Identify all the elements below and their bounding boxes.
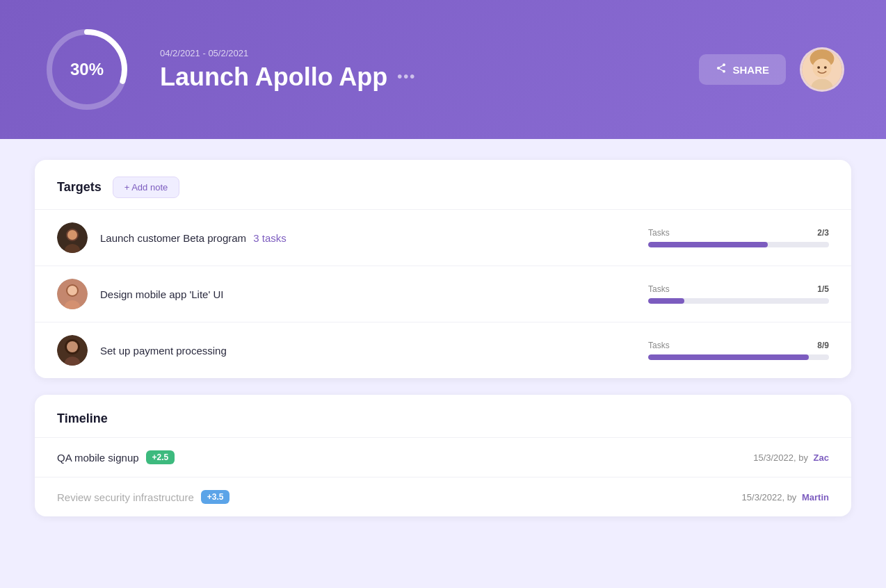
progress-bar-bg-1	[648, 242, 829, 247]
targets-header: Targets + Add note	[35, 160, 851, 209]
share-button[interactable]: SHARE	[699, 54, 786, 85]
progress-bar-fill-3	[648, 354, 809, 360]
user-avatar[interactable]	[800, 47, 844, 92]
main-content: Targets + Add note Launch customer Beta …	[0, 139, 886, 537]
timeline-author-link-2[interactable]: Martin	[802, 492, 829, 503]
timeline-badge-1: +2.5	[146, 450, 175, 464]
share-icon	[716, 63, 727, 76]
target-row-3: Set up payment processing Tasks 8/9	[35, 322, 851, 378]
target-avatar-2	[57, 279, 88, 309]
svg-point-18	[67, 341, 78, 352]
target-tasks-1: Tasks 2/3	[648, 228, 829, 247]
header-info: 04/2/2021 - 05/2/2021 Launch Apollo App …	[160, 48, 699, 92]
progress-label: 30%	[70, 60, 104, 79]
tasks-label-2: Tasks	[648, 284, 670, 294]
progress-bar-bg-2	[648, 298, 829, 304]
timeline-row-2: Review security infrastructure +3.5 15/3…	[35, 477, 851, 516]
project-title: Launch Apollo App	[160, 63, 387, 92]
target-avatar-1	[57, 222, 88, 253]
timeline-item-name-1: QA mobile signup +2.5	[57, 450, 753, 464]
target-row-2: Design mobile app 'Lite' UI Tasks 1/5	[35, 266, 851, 322]
target-row: Launch customer Beta program 3 tasks Tas…	[35, 209, 851, 266]
svg-point-10	[67, 230, 77, 240]
tasks-label-3: Tasks	[648, 341, 670, 350]
timeline-meta-2: 15/3/2022, by Martin	[742, 492, 829, 503]
header-title-row: Launch Apollo App •••	[160, 63, 699, 92]
page-header: 30% 04/2/2021 - 05/2/2021 Launch Apollo …	[0, 0, 886, 139]
timeline-header: Timeline	[35, 395, 851, 437]
target-tasks-2: Tasks 1/5	[648, 284, 829, 304]
progress-bar-bg-3	[648, 354, 829, 360]
timeline-author-link-1[interactable]: Zac	[814, 452, 829, 463]
progress-bar-fill-1	[648, 242, 768, 247]
svg-point-5	[817, 66, 820, 69]
target-name-3: Set up payment processing	[100, 345, 648, 357]
tasks-label-1: Tasks	[648, 228, 670, 238]
more-options-icon[interactable]: •••	[397, 69, 416, 85]
progress-ring: 30%	[42, 24, 132, 115]
header-actions: SHARE	[699, 47, 844, 92]
share-label: SHARE	[732, 64, 769, 76]
timeline-card: Timeline QA mobile signup +2.5 15/3/2022…	[35, 395, 851, 516]
tasks-count-3: 8/9	[817, 341, 829, 350]
timeline-item-name-2: Review security infrastructure +3.5	[57, 490, 742, 504]
svg-point-6	[824, 66, 827, 69]
timeline-row-1: QA mobile signup +2.5 15/3/2022, by Zac	[35, 437, 851, 477]
targets-title: Targets	[57, 180, 102, 195]
target-name-1: Launch customer Beta program 3 tasks	[100, 232, 648, 244]
svg-point-14	[67, 286, 77, 295]
progress-bar-fill-2	[648, 298, 684, 304]
timeline-meta-1: 15/3/2022, by Zac	[753, 452, 829, 463]
header-date: 04/2/2021 - 05/2/2021	[160, 48, 699, 58]
tasks-link-1[interactable]: 3 tasks	[253, 232, 287, 244]
add-note-button[interactable]: + Add note	[113, 177, 180, 198]
tasks-count-1: 2/3	[817, 228, 829, 238]
target-tasks-3: Tasks 8/9	[648, 341, 829, 360]
target-name-2: Design mobile app 'Lite' UI	[100, 288, 648, 300]
svg-point-4	[812, 59, 831, 78]
timeline-badge-2: +3.5	[201, 490, 230, 504]
targets-card: Targets + Add note Launch customer Beta …	[35, 160, 851, 378]
tasks-count-2: 1/5	[817, 284, 829, 294]
target-avatar-3	[57, 335, 88, 366]
timeline-title: Timeline	[57, 411, 108, 425]
